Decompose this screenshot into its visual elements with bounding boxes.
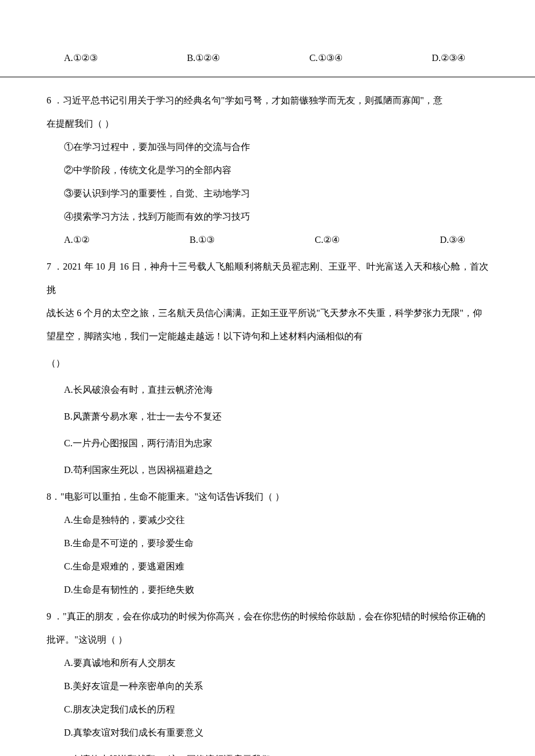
q6-options-row: A.①② B.①③ C.②④ D.③④ [47,228,488,252]
option-d[interactable]: D.②③④ [431,46,465,70]
q6-stem: 6 ．习近平总书记引用关于学习的经典名句"学如弓弩，才如箭镞独学而无友，则孤陋而… [47,89,488,112]
q6-stem-line1: 6 ．习近平总书记引用关于学习的经典名句"学如弓弩，才如箭镞独学而无友，则孤陋而… [47,95,443,105]
q6-option-b[interactable]: B.①③ [190,228,215,252]
q9-stem-line2: 批评。"这说明（ ） [47,628,488,651]
q7-stem-line2: 战长达 6 个月的太空之旅，三名航天员信心满满。正如王亚平所说"飞天梦永不失重，… [47,302,488,325]
option-c[interactable]: C.①③④ [309,46,343,70]
option-a[interactable]: A.①②③ [64,46,98,70]
q7-option-b[interactable]: B.风萧萧兮易水寒，壮士一去兮不复还 [47,405,488,428]
q9-option-c[interactable]: C.朋友决定我们成长的历程 [47,698,488,721]
q6-s2: ②中学阶段，传统文化是学习的全部内容 [47,159,488,182]
option-b[interactable]: B.①②④ [187,46,220,70]
q9-option-a[interactable]: A.要真诚地和所有人交朋友 [47,651,488,675]
q9-option-b[interactable]: B.美好友谊是一种亲密单向的关系 [47,675,488,698]
divider-line [0,77,535,77]
q8-option-b[interactable]: B.生命是不可逆的，要珍爱生命 [47,532,488,555]
q6-s1: ①在学习过程中，要加强与同伴的交流与合作 [47,135,488,159]
q7-option-d[interactable]: D.苟利国家生死以，岂因祸福避趋之 [47,458,488,482]
q10-stem: 10 ．"友谊的小船说翻就翻"，这一网络流行语启示我们（ ） [47,748,488,756]
q7-stem-line4: （） [47,352,488,375]
q6-option-c[interactable]: C.②④ [315,228,340,252]
q8-option-c[interactable]: C.生命是艰难的，要逃避困难 [47,555,488,578]
q7-option-c[interactable]: C.一片丹心图报国，两行清泪为忠家 [47,432,488,455]
q9-option-d[interactable]: D.真挚友谊对我们成长有重要意义 [47,721,488,744]
top-options-row: A.①②③ B.①②④ C.①③④ D.②③④ [47,46,488,70]
q8-stem: 8．"电影可以重拍，生命不能重来。"这句话告诉我们（ ） [47,485,488,508]
q6-option-d[interactable]: D.③④ [440,228,465,252]
q6-s3: ③要认识到学习的重要性，自觉、主动地学习 [47,182,488,205]
q6-stem-line2: 在提醒我们（ ） [47,112,488,135]
q7-option-a[interactable]: A.长风破浪会有时，直挂云帆济沧海 [47,378,488,402]
q6-s4: ④摸索学习方法，找到万能而有效的学习技巧 [47,205,488,228]
q7-stem-line1: 7 ．2021 年 10 月 16 日，神舟十三号载人飞船顺利将航天员翟志刚、王… [47,255,488,302]
q6-option-a[interactable]: A.①② [64,228,90,252]
q7-stem-line3: 望星空，脚踏实地，我们一定能越走越远！以下诗句和上述材料内涵相似的有 [47,325,488,348]
q8-option-d[interactable]: D.生命是有韧性的，要拒绝失败 [47,578,488,601]
q9-stem-line1: 9 ．"真正的朋友，会在你成功的时候为你高兴，会在你悲伤的时候给你鼓励，会在你犯… [47,605,488,628]
q8-option-a[interactable]: A.生命是独特的，要减少交往 [47,508,488,532]
